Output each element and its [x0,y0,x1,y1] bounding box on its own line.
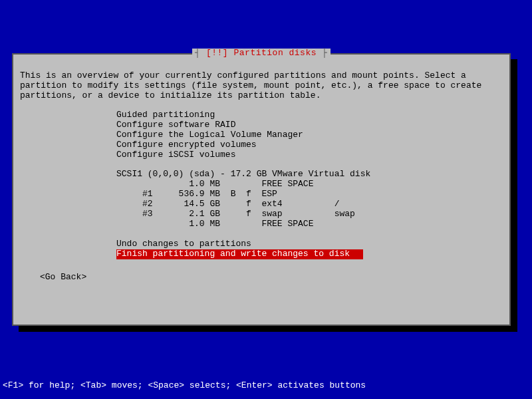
partition-3[interactable]: #3 2.1 GB f swap swap [116,209,503,219]
partition-2[interactable]: #2 14.5 GB f ext4 / [116,200,503,209]
go-back-button[interactable]: <Go Back> [40,273,86,283]
title-text: Partition disks [233,48,317,58]
intro-text: This is an overview of your currently co… [20,71,503,101]
dialog-title: ┤ [!!] Partition disks ├ [13,49,509,59]
help-bar: <F1> for help; <Tab> moves; <Space> sele… [3,381,366,391]
menu-undo[interactable]: Undo changes to partitions [116,239,503,249]
partition-menu: Guided partitioning Configure software R… [116,110,503,259]
menu-lvm[interactable]: Configure the Logical Volume Manager [116,130,503,140]
partition-1[interactable]: #1 536.9 MB B f ESP [116,190,503,200]
title-bracket-close: ├ [317,48,328,58]
partition-dialog: ┤ [!!] Partition disks ├ This is an over… [12,53,511,326]
menu-guided[interactable]: Guided partitioning [116,110,503,120]
menu-raid[interactable]: Configure software RAID [116,120,503,130]
menu-iscsi[interactable]: Configure iSCSI volumes [116,150,503,160]
partition-free-1[interactable]: 1.0 MB FREE SPACE [116,180,503,190]
menu-finish[interactable]: Finish partitioning and write changes to… [116,249,363,259]
disk-header[interactable]: SCSI1 (0,0,0) (sda) - 17.2 GB VMware Vir… [116,170,503,180]
menu-encrypted[interactable]: Configure encrypted volumes [116,140,503,150]
partition-free-2[interactable]: 1.0 MB FREE SPACE [116,219,503,229]
title-bracket-open: ┤ [195,48,206,58]
title-bang: [!!] [206,48,234,58]
